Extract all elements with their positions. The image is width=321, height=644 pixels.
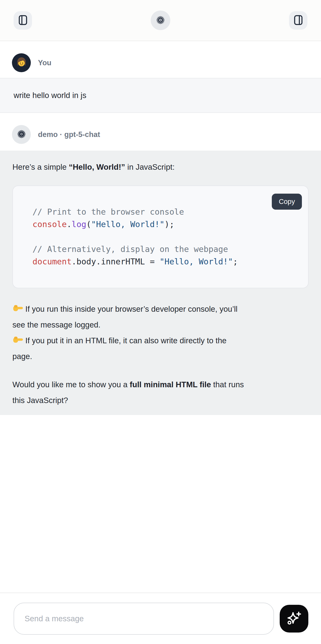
- note-text: If you put it in an HTML file, it can al…: [25, 336, 226, 345]
- composer-bar: [0, 592, 321, 644]
- code-line: // Print to the browser console: [32, 206, 299, 218]
- code-line: document.body.innerHTML = "Hello, World!…: [32, 255, 299, 268]
- app-logo-button[interactable]: [151, 10, 170, 30]
- question-bold: full minimal HTML file: [130, 380, 211, 389]
- sparkle-plus-icon: [286, 610, 302, 627]
- assistant-sender-row: demo · gpt-5-chat: [0, 113, 321, 150]
- code-line-blank: [32, 230, 299, 243]
- pointing-right-emoji: [12, 334, 23, 346]
- chat-app: You write hello world in js: [0, 0, 321, 644]
- assistant-sender-name: demo · gpt-5-chat: [38, 130, 100, 139]
- code-content: // Print to the browser console console.…: [13, 186, 308, 288]
- sidebar-toggle-button[interactable]: [13, 11, 32, 30]
- panel-left-icon: [17, 14, 29, 26]
- assistant-avatar: [12, 125, 31, 144]
- empty-scroll-space: [0, 415, 321, 592]
- code-line: // Alternatively, display on the webpage: [32, 243, 299, 255]
- starburst-icon: [156, 15, 165, 26]
- intro-prefix: Here’s a simple: [12, 162, 69, 172]
- note-text: page.: [12, 352, 32, 361]
- user-sender-row: You: [0, 41, 321, 78]
- note-text: see the message logged.: [12, 320, 101, 329]
- assistant-intro: Here’s a simple “Hello, World!” in JavaS…: [12, 159, 309, 175]
- assistant-message: Here’s a simple “Hello, World!” in JavaS…: [0, 150, 321, 415]
- user-avatar: [12, 53, 31, 72]
- user-message-text: write hello world in js: [13, 91, 86, 100]
- top-bar: [0, 0, 321, 41]
- follow-up-question: Would you like me to show you a full min…: [12, 377, 309, 408]
- message-input[interactable]: [13, 603, 274, 635]
- panel-right-icon: [293, 14, 304, 26]
- question-suffix: that runs: [211, 380, 244, 389]
- send-button[interactable]: [280, 605, 308, 632]
- code-line: console.log("Hello, World!");: [32, 218, 299, 230]
- intro-suffix: in JavaScript:: [125, 162, 175, 172]
- question-prefix: Would you like me to show you a: [12, 380, 130, 389]
- person-emoji: [15, 56, 28, 70]
- starburst-icon: [17, 129, 26, 140]
- user-sender-name: You: [38, 58, 51, 67]
- intro-bold: “Hello, World!”: [69, 162, 125, 172]
- copy-button[interactable]: Copy: [272, 194, 302, 210]
- user-message: write hello world in js: [0, 78, 321, 113]
- code-block: Copy // Print to the browser console con…: [12, 186, 309, 288]
- question-line2: this JavaScript?: [12, 396, 68, 405]
- pointing-right-emoji: [12, 303, 23, 314]
- note-text: If you run this inside your browser’s de…: [25, 304, 237, 314]
- pointer-notes: If you run this inside your browser’s de…: [12, 301, 309, 364]
- right-panel-toggle-button[interactable]: [289, 11, 308, 30]
